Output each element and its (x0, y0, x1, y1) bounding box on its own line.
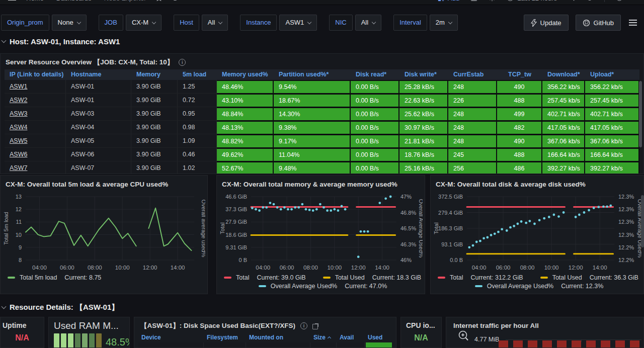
column-header-disk-write[interactable]: Disk write* (399, 69, 448, 80)
external-link-icon[interactable] (312, 323, 319, 329)
column-header-download[interactable]: Download* (542, 69, 585, 80)
table-cell: 356.22 kb/s (585, 81, 638, 93)
gear-icon[interactable] (489, 0, 496, 2)
save-icon[interactable] (470, 0, 477, 2)
uptime-value: N/A (1, 333, 44, 342)
uptime-panel: Uptime N/A (0, 317, 44, 348)
refresh-interval-icon[interactable] (616, 0, 623, 2)
column-header-avail[interactable]: Avail (337, 333, 365, 342)
filter-label-instance[interactable]: Instance (240, 15, 277, 31)
column-header-partition-used[interactable]: Partition used%* (274, 69, 351, 80)
ip-link[interactable]: ASW5 (5, 134, 66, 148)
filter-label-interval[interactable]: Interval (393, 15, 427, 31)
table-cell: 248 (448, 135, 496, 147)
github-button[interactable]: GitHub (576, 15, 621, 31)
filter-label-origin-prom[interactable]: Origin_prom (1, 15, 49, 31)
column-header-memory-used[interactable]: Memory used% (217, 69, 274, 80)
add-button[interactable]: Add (438, 0, 459, 2)
legend-current: Current: 39.0 GiB (257, 274, 305, 281)
host-row-header[interactable]: Host: ASW-01, Instance: ASW1 (0, 35, 120, 47)
legend-item-overall-average-used[interactable]: Overall Average Used%Current: 47.0% (259, 283, 387, 290)
svg-text:47%: 47% (400, 194, 412, 200)
update-label: Update (540, 19, 561, 27)
table-cell: 0.98 (178, 121, 217, 134)
column-header-filesystem[interactable]: Filesystem (204, 333, 246, 342)
column-header-mounted-on[interactable]: Mounted on (246, 333, 310, 342)
ip-link[interactable]: ASW2 (5, 94, 66, 107)
legend-item-overall-average-used[interactable]: Overall Average Used%Current: 12.3% (475, 283, 604, 290)
filter-value-job[interactable]: CX-M (126, 15, 162, 31)
filter-value-nic[interactable]: All (355, 15, 381, 31)
traffic-bar (586, 340, 596, 348)
legend-item-total-5m-load[interactable]: Total 5m loadCurrent: 8.75 (8, 274, 101, 281)
column-header-memory[interactable]: Memory (131, 69, 178, 80)
table-row: ASW7ASW-073.90 GiB1.0252.67%9.48%0.00 B/… (5, 161, 639, 174)
menu-icon[interactable] (7, 0, 17, 3)
filter-value-origin-prom[interactable]: None (52, 15, 87, 31)
table-row: ASW5ASW-053.90 GiB1.0948.82%9.17%0.00 B/… (5, 134, 639, 148)
traffic-bar (572, 340, 581, 348)
column-header-upload[interactable]: Upload* (585, 69, 639, 80)
update-button[interactable]: Update (524, 15, 569, 31)
time-range-picker[interactable]: Last 12 hours (507, 0, 557, 2)
star-icon[interactable] (155, 0, 163, 2)
table-cell: 0.00 B/s (351, 108, 398, 120)
column-header-disk-read[interactable]: Disk read* (351, 69, 399, 80)
zoom-out-icon[interactable] (568, 0, 575, 2)
filter-value-text: All (208, 15, 215, 30)
filter-value-instance[interactable]: ASW1 (279, 15, 317, 31)
used-ram-panel: Used RAM M... 48.5% (48, 317, 130, 348)
column-header-tcp-tw[interactable]: TCP_tw (497, 69, 542, 80)
svg-text:9: 9 (19, 244, 22, 250)
filter-value-text: CX-M (132, 15, 148, 30)
column-header-hostname[interactable]: Hostname (66, 69, 131, 80)
details-row-header[interactable]: Resource Details: 【ASW-01】 (0, 301, 119, 313)
svg-text:Overall average used%: Overall average used% (201, 200, 205, 257)
table-cell: 1.02 (178, 161, 217, 174)
svg-text:9.31 GiB: 9.31 GiB (225, 244, 247, 250)
legend-item-total[interactable]: TotalCurrent: 39.0 GiB (224, 274, 306, 281)
ip-link[interactable]: ASW4 (5, 121, 66, 134)
disk-chart-plot[interactable]: 372.5 GiB279.4 GiB186.3 GiB93.1 GiB0.0 B… (433, 192, 641, 273)
svg-text:14:00: 14:00 (593, 265, 607, 271)
table-scrollbar[interactable] (639, 81, 642, 147)
legend-item-total-used[interactable]: Total UsedCurrent: 36.3 GiB (540, 274, 638, 281)
column-header-used[interactable]: Used (365, 333, 392, 342)
filter-value-interval[interactable]: 2m (430, 15, 458, 31)
page-scrollbar[interactable] (641, 195, 644, 247)
filter-value-host[interactable]: All (202, 15, 228, 31)
breadcrumb[interactable]: HomeDashboardsNode Exporter (26, 0, 146, 2)
column-header-size[interactable]: Size (310, 333, 337, 342)
svg-text:06:00: 06:00 (496, 265, 511, 271)
info-icon[interactable]: i (300, 322, 307, 329)
table-cell: 0.00 B/s (351, 162, 398, 174)
info-icon[interactable]: i (179, 59, 186, 66)
column-header-5m-load[interactable]: 5m load (178, 69, 217, 80)
filter-label-host[interactable]: Host (174, 15, 199, 31)
ip-link[interactable]: ASW6 (5, 148, 66, 161)
svg-text:08:00: 08:00 (520, 265, 535, 271)
table-cell: 356.22 kb/s (542, 81, 584, 93)
share-icon[interactable] (172, 0, 179, 2)
table-cell: 0.00 B/s (351, 149, 398, 161)
table-cell: 22.63 kB/s (399, 95, 447, 107)
column-header-ip-link-to-details[interactable]: IP (Link to details) (5, 69, 66, 80)
memory-chart-plot[interactable]: 46.6 GiB37.3 GiB27.9 GiB18.6 GiB9.31 GiB… (219, 192, 423, 273)
legend-item-total-used[interactable]: Total UsedCurrent: 18.3 GiB (323, 274, 421, 281)
legend-item-total[interactable]: TotalCurrent: 312.2 GiB (438, 274, 523, 281)
ip-link[interactable]: ASW1 (5, 80, 66, 94)
breadcrumb-item-node-exporter[interactable]: Node Exporter (104, 0, 146, 2)
load-chart-plot[interactable]: 131211109804:0006:0008:0010:0012:0014:00… (3, 192, 205, 273)
filter-label-nic[interactable]: NIC (329, 15, 352, 31)
ip-link[interactable]: ASW3 (5, 107, 66, 121)
ip-link[interactable]: ASW7 (5, 161, 66, 174)
hamburger-icon[interactable] (628, 18, 638, 28)
breadcrumb-item-dashboards[interactable]: Dashboards (56, 0, 92, 2)
disk-chart-panel: CX-M: Overall total disk & average disk … (430, 175, 644, 294)
refresh-icon[interactable] (586, 0, 593, 2)
svg-text:12:00: 12:00 (351, 265, 366, 271)
column-header-currestab[interactable]: CurrEstab (448, 69, 497, 80)
breadcrumb-item-home[interactable]: Home (26, 0, 44, 2)
column-header-device[interactable]: Device (138, 333, 204, 342)
filter-label-job[interactable]: JOB (99, 15, 123, 31)
